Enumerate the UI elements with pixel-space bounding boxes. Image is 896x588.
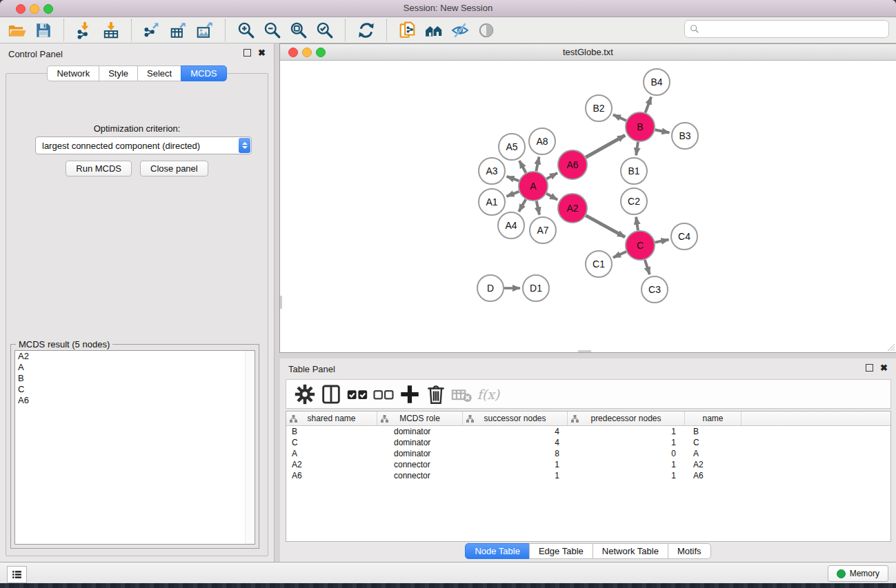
search-field[interactable] <box>684 20 889 38</box>
export-image-icon[interactable] <box>192 19 218 41</box>
graph-node-A8[interactable]: A8 <box>529 128 555 154</box>
tab-edge-table[interactable]: Edge Table <box>529 543 593 559</box>
table-row[interactable]: Adominator80A <box>286 448 890 459</box>
save-session-icon[interactable] <box>30 19 57 41</box>
graph-node-B[interactable]: B <box>626 112 655 141</box>
column-header-MCDS-role[interactable]: MCDS role <box>377 412 463 425</box>
graph-edge-A-A8[interactable] <box>536 157 539 172</box>
run-mcds-button[interactable]: Run MCDS <box>66 161 132 176</box>
network-canvas[interactable]: AA1A2A3A4A5A6A7A8BB1B2B3B4CC1C2C3C4DD1 <box>280 61 896 352</box>
zoom-in-icon[interactable] <box>233 19 259 41</box>
zoom-selected-icon[interactable] <box>312 19 338 41</box>
task-history-button[interactable] <box>7 566 27 583</box>
delete-table-icon[interactable] <box>450 383 474 405</box>
graph-edge-A-A2[interactable] <box>546 194 557 200</box>
graph-edge-C-C1[interactable] <box>613 252 626 258</box>
graph-node-B2[interactable]: B2 <box>586 95 612 121</box>
column-header-successor-nodes[interactable]: successor nodes <box>463 412 568 425</box>
graph-node-A7[interactable]: A7 <box>530 217 556 243</box>
column-layout-icon[interactable] <box>319 383 343 405</box>
graph-node-A3[interactable]: A3 <box>479 158 505 184</box>
graph-edge-B-B3[interactable] <box>655 130 670 132</box>
graph-edge-A2-C[interactable] <box>586 216 625 237</box>
graph-edge-A-A5[interactable] <box>519 161 526 172</box>
graph-node-C1[interactable]: C1 <box>586 251 612 277</box>
graph-node-A5[interactable]: A5 <box>499 134 525 160</box>
graph-edge-A-A7[interactable] <box>537 201 539 214</box>
graph-node-A1[interactable]: A1 <box>479 189 505 215</box>
deselect-all-checkboxes-icon[interactable] <box>372 383 395 405</box>
column-header-predecessor-nodes[interactable]: predecessor nodes <box>568 412 685 425</box>
graph-node-C2[interactable]: C2 <box>621 188 647 214</box>
graph-node-C4[interactable]: C4 <box>671 223 697 250</box>
table-row[interactable]: A2connector11A2 <box>286 459 890 470</box>
graph-node-A[interactable]: A <box>519 172 548 201</box>
graph-node-B4[interactable]: B4 <box>644 69 670 95</box>
table-row[interactable]: Cdominator41C <box>286 437 890 448</box>
graph-node-C3[interactable]: C3 <box>641 276 668 303</box>
add-column-icon[interactable] <box>398 383 421 405</box>
graph-edge-A-A1[interactable] <box>506 192 519 196</box>
graph-edge-C-C2[interactable] <box>636 217 638 230</box>
graph-edge-B-B1[interactable] <box>636 142 638 155</box>
graph-edge-C-C4[interactable] <box>655 240 669 243</box>
result-list-item[interactable]: A <box>15 362 255 373</box>
hide-selected-icon[interactable] <box>447 19 473 41</box>
delete-column-icon[interactable] <box>424 383 448 405</box>
graph-node-D[interactable]: D <box>477 275 504 301</box>
result-list-item[interactable]: A6 <box>15 395 255 406</box>
select-all-checkboxes-icon[interactable] <box>346 383 369 405</box>
graph-edge-A-A6[interactable] <box>546 173 557 179</box>
table-row[interactable]: Bdominator41B <box>286 426 890 437</box>
float-table-panel-icon[interactable] <box>866 364 873 372</box>
zoom-out-icon[interactable] <box>259 19 286 41</box>
refresh-icon[interactable] <box>353 19 379 41</box>
open-file-icon[interactable] <box>4 19 30 41</box>
import-network-icon[interactable] <box>72 19 98 41</box>
search-input[interactable] <box>702 22 888 36</box>
column-header-shared-name[interactable]: shared name <box>286 412 377 425</box>
graph-node-A6[interactable]: A6 <box>558 150 587 179</box>
export-network-icon[interactable] <box>139 19 166 41</box>
tab-style[interactable]: Style <box>99 65 138 81</box>
tab-network-table[interactable]: Network Table <box>593 543 668 559</box>
node-table[interactable]: shared nameMCDS rolesuccessor nodesprede… <box>286 411 891 542</box>
graph-node-A2[interactable]: A2 <box>558 194 587 223</box>
graph-node-B1[interactable]: B1 <box>621 158 647 184</box>
result-list-item[interactable]: B <box>15 373 255 384</box>
function-builder-icon[interactable]: f(x) <box>477 383 500 405</box>
graph-edge-A-A4[interactable] <box>519 199 526 212</box>
graph-node-B3[interactable]: B3 <box>672 123 698 149</box>
memory-button[interactable]: Memory <box>828 565 888 582</box>
result-list-item[interactable]: A2 <box>15 351 255 362</box>
tab-network[interactable]: Network <box>47 65 99 81</box>
column-header-name[interactable]: name <box>685 412 741 425</box>
graph-edge-A6-B[interactable] <box>586 135 625 157</box>
graph-node-D1[interactable]: D1 <box>523 275 549 301</box>
canvas-horizontal-scroll-nub[interactable] <box>578 350 591 352</box>
result-list-scrollbar[interactable] <box>245 351 255 544</box>
table-settings-icon[interactable] <box>293 383 317 405</box>
export-table-icon[interactable] <box>166 19 192 41</box>
network-window-titlebar[interactable]: testGlobe.txt <box>280 44 896 61</box>
tab-mcds[interactable]: MCDS <box>181 65 226 81</box>
float-panel-icon[interactable] <box>243 49 251 57</box>
graph-edge-B-B4[interactable] <box>646 97 651 113</box>
zoom-fit-icon[interactable] <box>286 19 312 41</box>
close-table-panel-icon[interactable]: ✖ <box>880 364 888 372</box>
graph-node-A4[interactable]: A4 <box>498 212 524 239</box>
import-table-icon[interactable] <box>98 19 124 41</box>
criterion-dropdown[interactable]: largest connected component (directed) <box>35 136 252 154</box>
graph-node-C[interactable]: C <box>626 231 655 260</box>
show-all-icon[interactable] <box>421 19 447 41</box>
graph-edge-B-B2[interactable] <box>613 114 626 121</box>
close-panel-icon[interactable]: ✖ <box>258 49 266 57</box>
mcds-result-list[interactable]: A2ABCA6 <box>14 350 255 545</box>
tab-node-table[interactable]: Node Table <box>465 543 530 559</box>
graph-edge-A-A3[interactable] <box>507 176 519 181</box>
tab-motifs[interactable]: Motifs <box>668 543 711 559</box>
new-network-from-selection-icon[interactable] <box>395 19 421 41</box>
tab-select[interactable]: Select <box>137 65 181 81</box>
graph-edge-C-C3[interactable] <box>645 260 650 274</box>
canvas-vertical-scroll-nub[interactable] <box>280 296 282 309</box>
